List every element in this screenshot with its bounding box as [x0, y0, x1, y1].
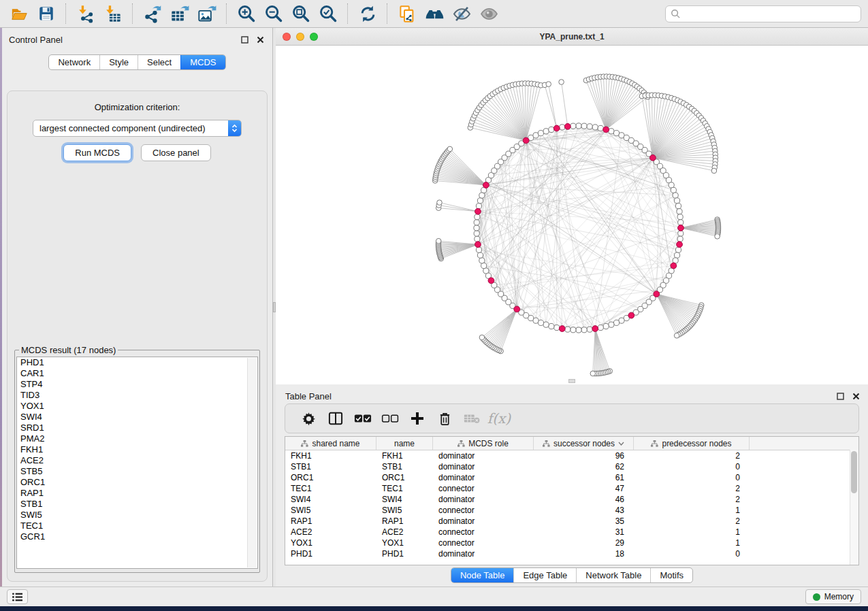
table-cell: connector	[433, 506, 534, 515]
zoom-selected-icon[interactable]	[317, 2, 340, 25]
toolbar-separator	[132, 3, 133, 24]
close-panel-button[interactable]: Close panel	[141, 144, 211, 161]
table-cell: 0	[634, 462, 750, 472]
mcds-result-item: SWI5	[17, 510, 257, 521]
column-header-MCDS-role[interactable]: MCDS role	[433, 437, 534, 450]
mcds-result-item: SWI4	[17, 412, 257, 423]
mcds-result-group-title: MCDS result (17 nodes)	[19, 345, 118, 355]
tab-select[interactable]: Select	[138, 55, 180, 69]
table-row[interactable]: ACE2ACE2connector311	[285, 527, 858, 538]
delete-row-icon[interactable]	[431, 408, 458, 429]
criterion-dropdown[interactable]: largest connected component (undirected)	[33, 120, 242, 137]
refresh-view-icon[interactable]	[356, 2, 379, 25]
select-all-icon[interactable]	[349, 408, 376, 429]
network-view-window: YPA_prune.txt_1	[276, 28, 868, 384]
table-body: FKH1FKH1dominator962STB1STB1dominator620…	[285, 450, 858, 559]
zoom-out-icon[interactable]	[262, 2, 285, 25]
table-row[interactable]: ORC1ORC1dominator610	[285, 472, 858, 483]
table-cell: ACE2	[376, 527, 433, 537]
network-canvas[interactable]	[276, 46, 868, 384]
float-panel-icon[interactable]	[835, 391, 846, 401]
hide-selected-icon[interactable]	[450, 2, 473, 25]
import-table-icon[interactable]	[101, 2, 125, 25]
table-row[interactable]: SWI5SWI5connector431	[285, 505, 858, 516]
scrollbar-thumb[interactable]	[851, 451, 857, 493]
memory-button[interactable]: Memory	[805, 589, 861, 604]
tab-node-table[interactable]: Node Table	[451, 568, 514, 582]
table-row[interactable]: PHD1PHD1dominator180	[285, 548, 858, 559]
export-table-icon[interactable]	[168, 2, 191, 25]
mcds-result-list[interactable]: PHD1CAR1STP4TID3YOX1SWI4SRD1PMA2FKH1ACE2…	[16, 357, 258, 569]
deselect-all-icon[interactable]	[376, 408, 404, 429]
table-cell: FKH1	[285, 451, 376, 461]
criterion-value: largest connected component (undirected)	[33, 123, 228, 133]
close-window-icon[interactable]	[283, 33, 291, 41]
table-cell: TEC1	[376, 484, 433, 493]
zoom-fit-icon[interactable]	[289, 2, 312, 25]
save-session-icon[interactable]	[35, 2, 58, 25]
maximize-window-icon[interactable]	[310, 33, 318, 41]
table-cell: 0	[634, 473, 750, 482]
run-mcds-button[interactable]: Run MCDS	[63, 144, 131, 161]
table-cell: RAP1	[285, 516, 376, 526]
table-row[interactable]: RAP1RAP1dominator352	[285, 516, 858, 527]
float-panel-icon[interactable]	[239, 34, 250, 45]
columns-icon[interactable]	[322, 408, 349, 429]
memory-label: Memory	[824, 592, 854, 601]
toolbar-separator	[226, 3, 227, 24]
export-image-icon[interactable]	[195, 2, 219, 25]
table-cell: ORC1	[285, 473, 376, 482]
table-row[interactable]: TEC1TEC1connector472	[285, 483, 858, 494]
column-header-name[interactable]: name	[376, 437, 433, 450]
table-cell: dominator	[433, 473, 534, 482]
table-cell: SWI4	[285, 495, 376, 504]
table-cell: 47	[534, 484, 634, 493]
export-network-icon[interactable]	[141, 2, 164, 25]
mcds-result-item: RAP1	[17, 488, 257, 499]
column-header-shared-name[interactable]: shared name	[285, 437, 376, 450]
network-title: YPA_prune.txt_1	[539, 32, 604, 42]
import-network-icon[interactable]	[74, 2, 97, 25]
close-panel-icon[interactable]	[850, 391, 861, 401]
minimize-window-icon[interactable]	[296, 33, 304, 41]
table-row[interactable]: FKH1FKH1dominator962	[285, 450, 858, 461]
table-row[interactable]: SWI4SWI4dominator462	[285, 494, 858, 505]
delete-table-icon[interactable]	[458, 408, 485, 429]
column-header-successor-nodes[interactable]: successor nodes	[534, 437, 634, 450]
list-scrollbar[interactable]	[247, 358, 257, 567]
table-cell: YOX1	[376, 538, 433, 548]
binoculars-icon[interactable]	[423, 2, 446, 25]
control-panel-tab-bar: Network Style Select MCDS	[48, 54, 225, 70]
table-cell: dominator	[433, 451, 534, 461]
network-titlebar[interactable]: YPA_prune.txt_1	[276, 28, 868, 46]
tab-mcds[interactable]: MCDS	[180, 55, 225, 69]
tab-network[interactable]: Network	[49, 55, 99, 69]
task-history-button[interactable]	[7, 589, 28, 604]
network-graph[interactable]	[276, 46, 868, 384]
column-header-predecessor-nodes[interactable]: predecessor nodes	[634, 437, 750, 450]
splitter-handle-icon[interactable]	[568, 379, 575, 383]
tab-edge-table[interactable]: Edge Table	[513, 568, 576, 582]
function-builder-icon[interactable]: f(x)	[485, 408, 513, 429]
table-cell: 1	[634, 527, 750, 537]
mcds-result-item: PMA2	[17, 433, 257, 444]
dropdown-stepper-icon	[228, 120, 241, 136]
main-toolbar	[0, 0, 868, 28]
table-header-row: shared namenameMCDS rolesuccessor nodesp…	[285, 437, 858, 450]
table-cell: STB1	[285, 462, 376, 472]
tab-style[interactable]: Style	[99, 55, 138, 69]
table-scrollbar[interactable]	[850, 450, 858, 565]
table-cell: 96	[534, 451, 634, 461]
close-panel-icon[interactable]	[255, 34, 266, 45]
table-row[interactable]: STB1STB1dominator620	[285, 461, 858, 472]
show-all-icon[interactable]	[477, 2, 500, 25]
gear-icon[interactable]	[295, 408, 322, 429]
search-input[interactable]	[684, 8, 861, 20]
clone-network-icon[interactable]	[396, 2, 419, 25]
zoom-in-icon[interactable]	[235, 2, 258, 25]
table-row[interactable]: YOX1YOX1connector291	[285, 538, 858, 548]
tab-motifs[interactable]: Motifs	[650, 568, 692, 582]
add-row-icon[interactable]	[404, 408, 431, 429]
tab-network-table[interactable]: Network Table	[576, 568, 650, 582]
open-file-icon[interactable]	[7, 2, 31, 25]
